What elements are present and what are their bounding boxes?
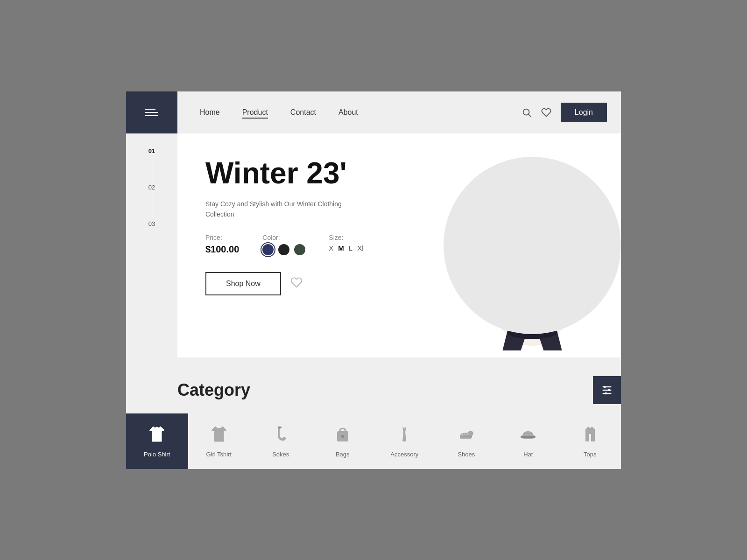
side-nav-item-3[interactable]: 03: [148, 220, 155, 227]
svg-point-33: [155, 427, 159, 431]
side-nav: 01 02 03: [126, 133, 177, 357]
color-group: Color:: [262, 234, 305, 255]
svg-line-1: [529, 114, 531, 117]
product-meta: Price: $100.00 Color: Size:: [205, 234, 364, 255]
hero-subtitle: Stay Cozy and Stylish with Our Winter Cl…: [205, 199, 364, 220]
category-tab-girl-tshirt[interactable]: Girl Tshirt: [188, 413, 250, 469]
header: Home Product Contact About Login: [126, 91, 621, 133]
category-title: Category: [135, 380, 250, 400]
color-navy[interactable]: [262, 244, 274, 255]
category-tab-accessory[interactable]: Accessory: [374, 413, 436, 469]
svg-rect-35: [278, 427, 282, 428]
sokes-icon: [270, 425, 291, 446]
search-button[interactable]: [521, 107, 532, 118]
hat-label: Hat: [523, 451, 533, 458]
nav-home[interactable]: Home: [200, 108, 220, 117]
size-options: X M L Xl: [329, 244, 363, 252]
main-wrapper: Home Product Contact About Login: [126, 91, 621, 469]
size-label: Size:: [329, 234, 363, 241]
tops-icon: [580, 425, 600, 446]
bags-label: Bags: [336, 451, 350, 458]
hamburger-box: [126, 91, 177, 133]
svg-point-32: [605, 392, 607, 394]
side-nav-item-1[interactable]: 01: [148, 147, 155, 154]
tops-label: Tops: [584, 451, 596, 458]
accessory-icon: [394, 425, 415, 446]
bags-icon: [332, 425, 353, 446]
girl-tshirt-icon: [209, 425, 229, 446]
girl-tshirt-label: Girl Tshirt: [206, 451, 232, 458]
svg-point-30: [608, 389, 610, 391]
price-group: Price: $100.00: [205, 234, 239, 255]
hat-icon: [518, 425, 538, 446]
hamburger-button[interactable]: [145, 109, 158, 116]
svg-point-28: [604, 385, 606, 388]
category-tab-hat[interactable]: Hat: [497, 413, 559, 469]
header-actions: Login: [521, 103, 621, 122]
size-x[interactable]: X: [329, 244, 333, 252]
hero-actions: Shop Now: [205, 272, 364, 295]
category-tab-bags[interactable]: Bags: [312, 413, 374, 469]
size-group: Size: X M L Xl: [329, 234, 363, 252]
category-tab-shoes[interactable]: Shoes: [436, 413, 498, 469]
nav-product[interactable]: Product: [242, 108, 268, 117]
main-content: 01 02 03 Winter 23' Stay Cozy and Stylis…: [126, 133, 621, 357]
svg-point-0: [523, 109, 529, 115]
category-tab-polo-shirt[interactable]: Polo Shirt: [126, 413, 188, 469]
polo-shirt-label: Polo Shirt: [144, 451, 170, 458]
polo-shirt-icon: [147, 425, 167, 446]
hero-image-area: [434, 143, 621, 348]
category-tab-sokes[interactable]: Sokes: [250, 413, 312, 469]
hero-circle-bg: [444, 157, 621, 334]
login-button[interactable]: Login: [561, 103, 607, 122]
price-value: $100.00: [205, 244, 239, 255]
color-dark-green[interactable]: [294, 244, 305, 255]
size-xl[interactable]: Xl: [357, 244, 363, 252]
size-l[interactable]: L: [349, 244, 352, 252]
color-options: [262, 244, 305, 255]
shop-now-button[interactable]: Shop Now: [205, 272, 281, 295]
category-section: Category: [126, 357, 621, 469]
category-tab-tops[interactable]: Tops: [559, 413, 621, 469]
wishlist-header-button[interactable]: [541, 107, 551, 118]
accessory-label: Accessory: [390, 451, 418, 458]
main-nav: Home Product Contact About: [177, 108, 521, 117]
add-to-wishlist-button[interactable]: [290, 276, 303, 291]
color-black[interactable]: [278, 244, 289, 255]
svg-rect-40: [521, 436, 536, 438]
hero-title: Winter 23': [205, 157, 364, 189]
filter-button[interactable]: [593, 376, 621, 404]
hero-card: Winter 23' Stay Cozy and Stylish with Ou…: [177, 133, 621, 357]
shoes-label: Shoes: [458, 451, 475, 458]
side-nav-divider-2: [152, 193, 152, 218]
nav-contact[interactable]: Contact: [290, 108, 316, 117]
color-label: Color:: [262, 234, 305, 241]
size-m[interactable]: M: [338, 244, 344, 252]
nav-about[interactable]: About: [338, 108, 358, 117]
category-tabs: Polo Shirt Girl Tshirt: [126, 413, 621, 469]
side-nav-divider-1: [152, 156, 152, 182]
price-label: Price:: [205, 234, 239, 241]
sokes-label: Sokes: [272, 451, 289, 458]
category-header: Category: [126, 376, 621, 413]
side-nav-item-2[interactable]: 02: [148, 184, 155, 191]
hero-content: Winter 23' Stay Cozy and Stylish with Ou…: [177, 133, 392, 319]
shoes-icon: [456, 425, 477, 446]
